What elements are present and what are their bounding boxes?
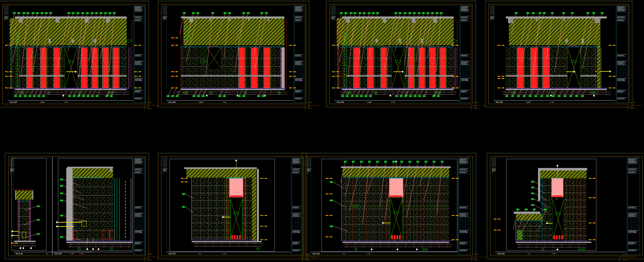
svg-text:JL-E3: JL-E3 [474, 101, 479, 103]
title-block [134, 158, 145, 255]
svg-text:1:50: 1:50 [391, 101, 395, 103]
svg-text:JL-E8: JL-E8 [622, 253, 627, 255]
svg-text:Dw-2: Dw-2 [308, 107, 312, 109]
svg-text:幕墙大样图: 幕墙大样图 [16, 253, 23, 255]
svg-text:幕墙立面图: 幕墙立面图 [337, 101, 344, 103]
elevation-sheet-1: F.L幕墙立面图立面索引1:50JL-E1Dw-1 [0, 0, 160, 110]
title-block [460, 5, 471, 103]
svg-text:JL-E1: JL-E1 [147, 101, 152, 103]
svg-text:1:50: 1:50 [550, 101, 554, 103]
svg-text:1:10: 1:10 [552, 253, 555, 255]
svg-text:立面索引: 立面索引 [526, 101, 531, 103]
svg-text:1:10: 1:10 [223, 253, 226, 255]
svg-text:Dw-4: Dw-4 [631, 107, 635, 109]
svg-text:F.L: F.L [163, 172, 165, 173]
svg-text:F.L: F.L [307, 172, 310, 173]
title-block [628, 158, 640, 255]
detail-sheet-5: F.L幕墙大样图1:10幕墙大样图节点1:10JL-E5Dw-5 [5, 152, 160, 262]
svg-text:Dw-7: Dw-7 [475, 259, 479, 261]
svg-text:1:10: 1:10 [79, 253, 83, 255]
detail-sheet-8: F.L幕墙大样图节点1:10JL-E8Dw-8 [486, 152, 644, 262]
svg-text:幕墙大样图: 幕墙大样图 [54, 253, 62, 255]
svg-text:F.L: F.L [331, 20, 334, 21]
svg-text:JL-E5: JL-E5 [147, 253, 152, 255]
svg-text:F.L: F.L [163, 20, 165, 21]
svg-text:幕墙立面图: 幕墙立面图 [496, 101, 503, 103]
title-block [294, 5, 305, 103]
svg-text:节点: 节点 [198, 253, 201, 255]
svg-text:JL-E7: JL-E7 [474, 253, 479, 255]
svg-text:Dw-6: Dw-6 [306, 259, 310, 261]
svg-text:Dw-3: Dw-3 [475, 107, 479, 109]
svg-text:幕墙立面图: 幕墙立面图 [10, 101, 17, 103]
svg-text:幕墙大样图: 幕墙大样图 [497, 253, 505, 255]
svg-text:1:10: 1:10 [367, 253, 370, 255]
svg-text:1:10: 1:10 [70, 253, 73, 255]
svg-text:立面索引: 立面索引 [367, 101, 372, 103]
svg-text:节点: 节点 [527, 253, 530, 255]
svg-text:JL-E2: JL-E2 [307, 101, 312, 103]
title-block [292, 158, 303, 255]
svg-text:F.L: F.L [490, 20, 493, 21]
svg-text:1:50: 1:50 [223, 101, 226, 103]
svg-text:F.L: F.L [4, 20, 7, 21]
detail-sheet-7: F.L幕墙大样图节点1:10JL-E7Dw-7 [301, 152, 487, 262]
elevation-sheet-4: F.L幕墙立面图立面索引1:50JL-E4Dw-4 [485, 0, 643, 110]
svg-text:幕墙立面图: 幕墙立面图 [168, 101, 176, 103]
svg-text:JL-E4: JL-E4 [630, 101, 635, 103]
svg-text:F.L: F.L [492, 172, 494, 173]
svg-text:F.L: F.L [10, 172, 13, 173]
svg-text:节点: 节点 [46, 253, 48, 255]
elevation-sheet-3: F.L幕墙立面图立面索引1:50JL-E3Dw-3 [326, 0, 487, 110]
svg-text:JL-E6: JL-E6 [305, 253, 310, 255]
svg-text:1:50: 1:50 [64, 101, 68, 103]
svg-text:立面索引: 立面索引 [198, 101, 204, 103]
svg-text:幕墙大样图: 幕墙大样图 [312, 253, 320, 255]
svg-text:Dw-1: Dw-1 [148, 107, 152, 109]
title-block [617, 5, 628, 103]
cad-layout-canvas: F.L幕墙立面图立面索引1:50JL-E1Dw-1F.L幕墙立面图立面索引1:5… [0, 0, 644, 262]
svg-text:Dw-5: Dw-5 [148, 259, 152, 261]
cad-sheet-set: F.L幕墙立面图立面索引1:50JL-E1Dw-1F.L幕墙立面图立面索引1:5… [0, 0, 644, 262]
svg-text:幕墙大样图: 幕墙大样图 [168, 253, 176, 255]
title-block [459, 158, 470, 255]
svg-text:立面索引: 立面索引 [40, 101, 45, 103]
svg-text:Dw-8: Dw-8 [623, 259, 627, 261]
detail-sheet-6: F.L幕墙大样图节点1:10JL-E6Dw-6 [157, 152, 318, 262]
elevation-sheet-2: F.L幕墙立面图立面索引1:50JL-E2Dw-2 [157, 0, 320, 110]
svg-text:节点: 节点 [343, 253, 345, 255]
